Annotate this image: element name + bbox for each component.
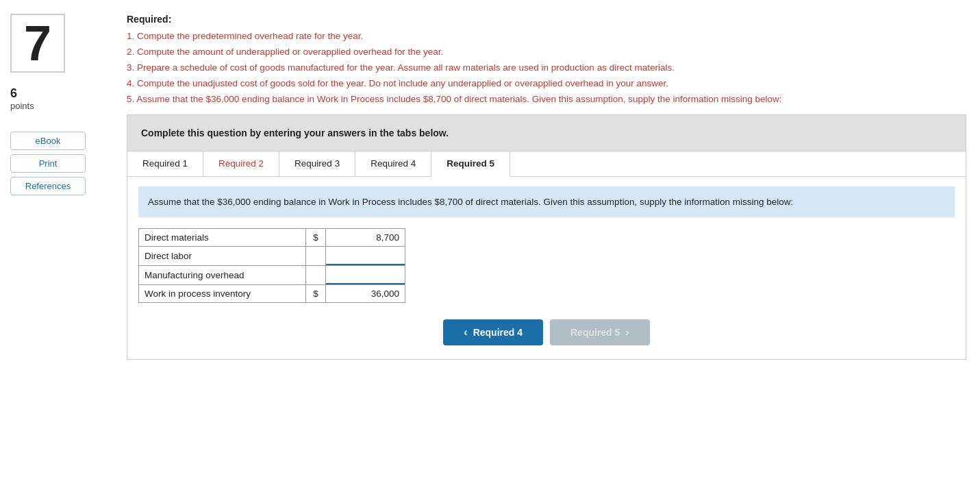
wip-inventory-currency: $ bbox=[306, 285, 326, 303]
prev-chevron-icon: ‹ bbox=[464, 326, 467, 339]
tab-required-1[interactable]: Required 1 bbox=[127, 151, 203, 177]
manufacturing-overhead-input[interactable] bbox=[326, 266, 405, 284]
table-row-direct-materials: Direct materials $ 8,700 bbox=[139, 229, 405, 247]
next-button-label: Required 5 bbox=[570, 327, 620, 338]
wip-inventory-value: 36,000 bbox=[325, 285, 405, 303]
points-value: 6 bbox=[10, 86, 34, 101]
manufacturing-overhead-currency bbox=[306, 266, 326, 285]
question-number: 7 bbox=[10, 14, 65, 73]
direct-labor-currency bbox=[306, 247, 326, 266]
direct-labor-input-cell bbox=[325, 247, 405, 266]
next-chevron-icon: › bbox=[625, 326, 629, 339]
wip-table: Direct materials $ 8,700 Direct labor bbox=[138, 228, 405, 303]
table-row-direct-labor: Direct labor bbox=[139, 247, 405, 266]
manufacturing-overhead-label: Manufacturing overhead bbox=[139, 266, 306, 285]
instruction-3: 3. Prepare a schedule of cost of goods m… bbox=[127, 60, 966, 76]
tab-required-3[interactable]: Required 3 bbox=[279, 151, 355, 177]
direct-materials-label: Direct materials bbox=[139, 229, 306, 247]
print-button[interactable]: Print bbox=[10, 154, 86, 173]
manufacturing-overhead-input-cell bbox=[325, 266, 405, 285]
references-button[interactable]: References bbox=[10, 177, 86, 195]
complete-banner: Complete this question by entering your … bbox=[127, 114, 966, 151]
tab-required-5[interactable]: Required 5 bbox=[431, 151, 510, 177]
required-heading: Required: bbox=[127, 14, 966, 25]
instruction-1: 1. Compute the predetermined overhead ra… bbox=[127, 29, 966, 45]
tab-required-4[interactable]: Required 4 bbox=[355, 151, 431, 177]
tab-content-required-5: Assume that the $36,000 ending balance i… bbox=[127, 177, 966, 360]
ebook-button[interactable]: eBook bbox=[10, 132, 86, 150]
wip-inventory-label: Work in process inventory bbox=[139, 285, 306, 303]
direct-labor-input[interactable] bbox=[326, 247, 405, 265]
assumption-text: Assume that the $36,000 ending balance i… bbox=[138, 186, 955, 218]
points-label: points bbox=[10, 101, 34, 111]
instruction-2: 2. Compute the amount of underapplied or… bbox=[127, 45, 966, 60]
tab-required-2[interactable]: Required 2 bbox=[203, 151, 279, 177]
instructions-list: 1. Compute the predetermined overhead ra… bbox=[127, 29, 966, 108]
direct-materials-currency: $ bbox=[306, 229, 326, 247]
instruction-5: 5. Assume that the $36,000 ending balanc… bbox=[127, 92, 966, 108]
next-required-5-button: Required 5 › bbox=[550, 319, 650, 345]
instruction-4: 4. Compute the unadjusted cost of goods … bbox=[127, 76, 966, 92]
table-row-wip-inventory: Work in process inventory $ 36,000 bbox=[139, 285, 405, 303]
prev-required-4-button[interactable]: ‹ Required 4 bbox=[443, 319, 543, 345]
direct-labor-label: Direct labor bbox=[139, 247, 306, 266]
nav-buttons: ‹ Required 4 Required 5 › bbox=[138, 319, 955, 345]
table-row-manufacturing-overhead: Manufacturing overhead bbox=[139, 266, 405, 285]
prev-button-label: Required 4 bbox=[473, 327, 523, 338]
direct-materials-value: 8,700 bbox=[325, 229, 405, 247]
tabs-row: Required 1 Required 2 Required 3 Require… bbox=[127, 151, 966, 177]
